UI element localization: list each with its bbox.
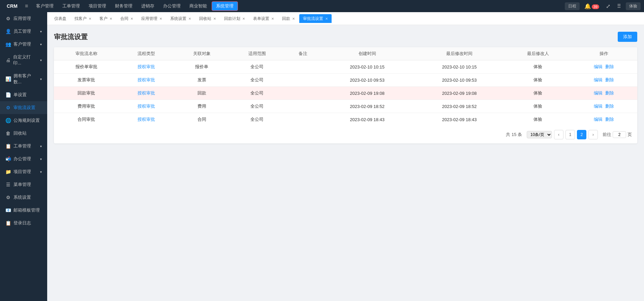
next-page-button[interactable]: ›: [588, 130, 598, 139]
table-row: 报价单审批授权审批报价单全公司2023-02-10 10:152023-02-1…: [54, 60, 637, 74]
delete-button[interactable]: 删除: [605, 64, 614, 69]
delete-button[interactable]: 删除: [605, 117, 614, 122]
data-table: 审批流名称流程类型关联对象适用范围备注创建时间最后修改时间最后修改人操作 报价单…: [54, 47, 637, 126]
tab-label: 审批流设置: [303, 16, 323, 22]
sidebar-item-登录日志[interactable]: 📋登录日志: [0, 217, 47, 229]
top-nav-item-进销存[interactable]: 进销存: [137, 2, 158, 10]
delete-button[interactable]: 删除: [605, 104, 614, 109]
cell-flow-type: 授权审批: [119, 100, 174, 113]
sidebar-item-label: 客户管理: [13, 41, 31, 47]
tab-close-icon[interactable]: ✕: [159, 17, 162, 21]
page-1-button[interactable]: 1: [565, 130, 575, 139]
sidebar-item-label: 自定义打印...: [13, 54, 37, 66]
table-body: 报价单审批授权审批报价单全公司2023-02-10 10:152023-02-1…: [54, 60, 637, 126]
tab-close-icon[interactable]: ✕: [292, 17, 295, 21]
sidebar-item-单设置[interactable]: 📄单设置: [0, 88, 47, 101]
tab-close-icon[interactable]: ✕: [89, 17, 91, 21]
sidebar-icon: ⚙: [5, 195, 11, 200]
edit-button[interactable]: 编辑: [594, 64, 603, 69]
tab-系统设置[interactable]: 系统设置✕: [166, 14, 195, 23]
tab-仪表盘[interactable]: 仪表盘: [51, 14, 70, 23]
sidebar-item-应用管理[interactable]: ⚙应用管理: [0, 12, 47, 25]
sidebar-icon: 📧: [5, 208, 11, 213]
top-nav-item-客户管理[interactable]: 客户管理: [32, 2, 58, 10]
tab-表单设置[interactable]: 表单设置✕: [249, 14, 278, 23]
edit-button[interactable]: 编辑: [594, 117, 603, 122]
cell-ops: 编辑删除: [570, 60, 637, 74]
cell-flow-type: 授权审批: [119, 87, 174, 100]
cell-flow-type: 授权审批: [119, 74, 174, 87]
table-row: 回款审批授权审批回款全公司2023-02-09 19:082023-02-09 …: [54, 87, 637, 100]
sidebar-icon: 🗑: [5, 131, 11, 136]
delete-button[interactable]: 删除: [605, 77, 614, 82]
goto-input[interactable]: [613, 131, 626, 138]
tab-审批流设置[interactable]: 审批流设置✕: [299, 14, 332, 23]
schedule-button[interactable]: 日程: [565, 2, 580, 10]
cell-scope: 全公司: [229, 100, 285, 113]
sidebar-item-回收站[interactable]: 🗑回收站: [0, 127, 47, 140]
page-size-select[interactable]: 10条/页 20条/页: [527, 131, 552, 138]
tab-close-icon[interactable]: ✕: [271, 17, 274, 21]
top-nav-item-系统管理[interactable]: 系统管理: [212, 1, 238, 11]
top-nav-item-办公管理[interactable]: 办公管理: [159, 2, 185, 10]
edit-button[interactable]: 编辑: [594, 90, 603, 95]
sidebar-item-项目管理[interactable]: 📁项目管理▾: [0, 165, 47, 178]
tab-应用管理[interactable]: 应用管理✕: [137, 14, 166, 23]
edit-button[interactable]: 编辑: [594, 104, 603, 109]
sidebar-item-办公管理[interactable]: 📬办公管理▾: [0, 153, 47, 165]
tab-close-icon[interactable]: ✕: [130, 17, 133, 21]
tab-close-icon[interactable]: ✕: [110, 17, 112, 21]
menu-toggle-icon[interactable]: ≡: [22, 2, 31, 10]
tab-客户[interactable]: 客户✕: [96, 14, 116, 23]
tab-回款计划[interactable]: 回款计划✕: [220, 14, 249, 23]
notification-icon[interactable]: 🔔39: [582, 2, 601, 10]
cell-scope: 全公司: [229, 87, 285, 100]
sidebar-item-邮箱模板管理[interactable]: 📧邮箱模板管理: [0, 204, 47, 217]
cell-remark: [285, 74, 321, 87]
flow-type-link[interactable]: 授权审批: [137, 117, 155, 122]
add-button[interactable]: 添加: [618, 32, 637, 42]
tab-回款[interactable]: 回款✕: [278, 14, 299, 23]
sidebar-item-审批流设置[interactable]: ⚙审批流设置: [0, 101, 47, 114]
top-nav-item-财务管理[interactable]: 财务管理: [111, 2, 136, 10]
cell-related-obj: 费用: [174, 100, 229, 113]
user-label[interactable]: 体验: [626, 2, 641, 10]
tab-label: 仪表盘: [54, 16, 66, 22]
page-goto: 前往 页: [603, 131, 632, 138]
sidebar-item-label: 审批流设置: [13, 105, 35, 111]
grid-icon[interactable]: ⠿: [615, 2, 623, 10]
sidebar-icon: 👤: [5, 29, 11, 34]
top-nav-item-商业智能[interactable]: 商业智能: [185, 2, 211, 10]
tab-合同[interactable]: 合同✕: [117, 14, 137, 23]
flow-type-link[interactable]: 授权审批: [137, 77, 155, 82]
cell-update-time: 2023-02-09 19:08: [413, 87, 505, 100]
sidebar-item-label: 登录日志: [13, 220, 31, 226]
sidebar-item-自定义打印...[interactable]: 🖨自定义打印...▾: [0, 51, 47, 70]
sidebar-item-公海规则设置[interactable]: 🌐公海规则设置: [0, 114, 47, 127]
expand-icon[interactable]: ⤢: [604, 2, 612, 10]
sidebar-item-拥有客户数...[interactable]: 📊拥有客户数...▾: [0, 70, 47, 88]
tab-close-icon[interactable]: ✕: [242, 17, 245, 21]
tab-label: 表单设置: [253, 16, 269, 22]
cell-name: 费用审批: [54, 100, 119, 113]
sidebar-item-客户管理[interactable]: 👥客户管理▾: [0, 38, 47, 51]
flow-type-link[interactable]: 授权审批: [137, 90, 155, 95]
delete-button[interactable]: 删除: [605, 90, 614, 95]
flow-type-link[interactable]: 授权审批: [137, 64, 155, 69]
sidebar-item-系统设置[interactable]: ⚙系统设置: [0, 191, 47, 204]
edit-button[interactable]: 编辑: [594, 77, 603, 82]
page-2-button[interactable]: 2: [577, 130, 586, 139]
tab-close-icon[interactable]: ✕: [325, 17, 328, 21]
col-操作: 操作: [570, 47, 637, 60]
sidebar-item-工单管理[interactable]: 📋工单管理▾: [0, 140, 47, 153]
flow-type-link[interactable]: 授权审批: [137, 104, 155, 109]
sidebar-item-员工管理[interactable]: 👤员工管理▾: [0, 25, 47, 38]
tab-close-icon[interactable]: ✕: [188, 17, 191, 21]
tab-找客户[interactable]: 找客户✕: [71, 14, 95, 23]
top-nav-item-项目管理[interactable]: 项目管理: [85, 2, 110, 10]
top-nav-item-工单管理[interactable]: 工单管理: [58, 2, 84, 10]
tab-close-icon[interactable]: ✕: [213, 17, 216, 21]
prev-page-button[interactable]: ‹: [554, 130, 563, 139]
sidebar-item-菜单管理[interactable]: ☰菜单管理: [0, 178, 47, 191]
tab-回收站[interactable]: 回收站✕: [195, 14, 220, 23]
